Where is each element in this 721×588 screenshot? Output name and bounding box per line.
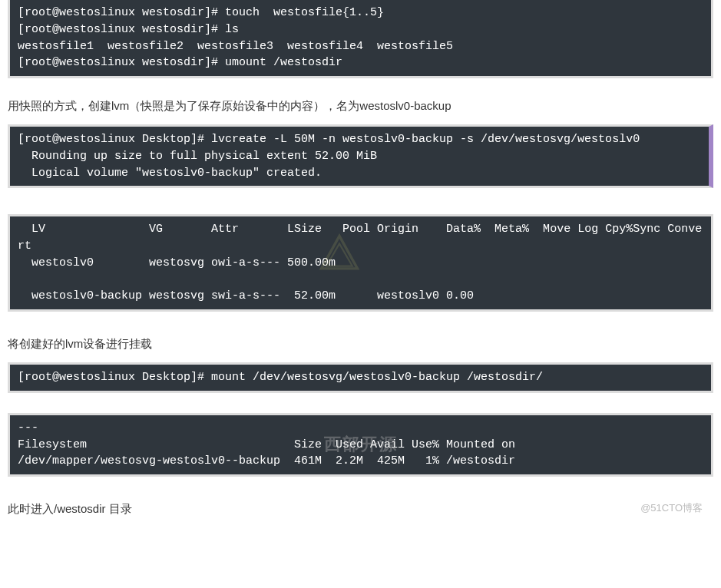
term-line: westoslv0 westosvg owi-a-s--- 500.00m <box>18 256 336 269</box>
term-line: [root@westoslinux westosdir]# umount /we… <box>18 56 342 69</box>
term-line: Rounding up size to full physical extent… <box>18 150 377 163</box>
term-line: Logical volume "westoslv0-backup" create… <box>18 167 322 180</box>
term-line: Filesystem Size Used Avail Use% Mounted … <box>18 438 515 451</box>
terminal-block-1: [root@westoslinux westosdir]# touch west… <box>8 0 713 78</box>
terminal-block-5: --- Filesystem Size Used Avail Use% Moun… <box>8 413 713 477</box>
term-line: [root@westoslinux westosdir]# ls <box>18 23 239 36</box>
term-line: /dev/mapper/westosvg-westoslv0--backup 4… <box>18 454 515 467</box>
term-line: [root@westoslinux Desktop]# lvcreate -L … <box>18 133 640 146</box>
term-line: westoslv0-backup westosvg swi-a-s--- 52.… <box>18 289 474 302</box>
term-line: westosfile1 westosfile2 westosfile3 west… <box>18 40 453 53</box>
term-line: LV VG Attr LSize Pool Origin Data% Meta%… <box>18 223 702 253</box>
term-line: [root@westoslinux westosdir]# touch west… <box>18 6 384 19</box>
terminal-block-4: [root@westoslinux Desktop]# mount /dev/w… <box>8 362 713 393</box>
paragraph-snapshot-intro: 用快照的方式，创建lvm（快照是为了保存原始设备中的内容），名为westoslv… <box>8 97 713 115</box>
paragraph-enter-dir: 此时进入/westosdir 目录 <box>8 500 713 518</box>
terminal-block-2: [root@westoslinux Desktop]# lvcreate -L … <box>8 124 713 188</box>
term-line: --- <box>18 421 38 434</box>
paragraph-mount-intro: 将创建好的lvm设备进行挂载 <box>8 335 713 353</box>
terminal-block-3: LV VG Attr LSize Pool Origin Data% Meta%… <box>8 214 713 312</box>
term-line: [root@westoslinux Desktop]# mount /dev/w… <box>18 371 543 384</box>
